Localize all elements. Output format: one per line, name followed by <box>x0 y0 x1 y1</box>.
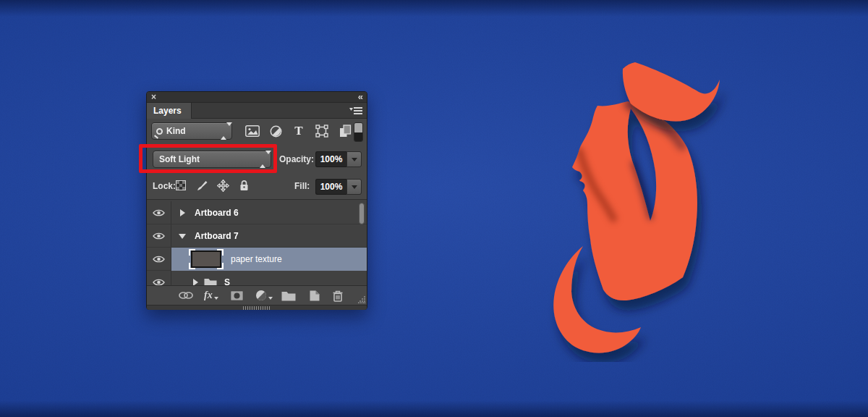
link-layers-icon[interactable] <box>179 288 193 303</box>
letter-s-artwork <box>532 51 741 362</box>
visibility-toggle[interactable] <box>147 224 171 248</box>
lock-pixels-brush-icon[interactable] <box>195 179 208 192</box>
panel-bottom-strip <box>147 305 367 310</box>
layer-row-artboard-7[interactable]: Artboard 7 <box>147 224 367 248</box>
shape-layer-filter-icon[interactable] <box>314 124 330 138</box>
opacity-dropdown-button[interactable] <box>346 151 362 167</box>
visibility-toggle[interactable] <box>147 248 171 271</box>
eye-icon <box>153 232 165 240</box>
new-group-folder-icon[interactable] <box>281 288 296 303</box>
new-adjustment-layer-icon[interactable] <box>255 288 273 303</box>
resize-grip-icon[interactable] <box>358 296 365 303</box>
lock-icons <box>174 179 258 192</box>
visibility-toggle[interactable] <box>147 271 171 285</box>
chevron-down-icon <box>352 158 357 161</box>
annotation-highlight-blend-mode <box>139 144 277 173</box>
visibility-toggle[interactable] <box>147 201 171 224</box>
panel-tab-row: Layers <box>147 103 367 119</box>
group-folder-icon <box>204 277 217 285</box>
lock-transparency-icon[interactable] <box>174 179 187 192</box>
fill-value-field[interactable]: 100% <box>315 179 346 195</box>
panel-menu-icon[interactable] <box>349 107 362 115</box>
fill-control: 100% <box>315 179 362 195</box>
delete-layer-trash-icon[interactable] <box>332 288 344 303</box>
layer-name[interactable]: Artboard 7 <box>195 231 239 241</box>
lock-position-move-icon[interactable] <box>216 179 229 192</box>
type-layer-filter-icon[interactable]: T <box>291 124 307 138</box>
tab-layers[interactable]: Layers <box>147 103 192 119</box>
filter-kind-value: Kind <box>166 126 186 136</box>
add-layer-mask-icon[interactable] <box>230 288 244 303</box>
panel-toolbar: fx <box>147 285 367 305</box>
lock-all-padlock-icon[interactable] <box>237 179 250 192</box>
drag-handle-icon[interactable] <box>243 306 271 310</box>
smart-object-filter-icon[interactable] <box>337 124 353 138</box>
pixel-layer-filter-icon[interactable] <box>244 124 260 138</box>
chevron-down-icon <box>268 297 273 300</box>
adjustment-layer-filter-icon[interactable] <box>268 124 284 138</box>
filter-type-icons: T <box>241 119 357 143</box>
opacity-control: 100% <box>315 151 362 167</box>
layer-styles-fx-icon[interactable]: fx <box>204 288 218 303</box>
panel-titlebar[interactable]: × « <box>147 92 367 103</box>
layer-row-s-group[interactable]: S <box>147 271 367 285</box>
stepper-arrows-icon <box>221 126 226 136</box>
fill-dropdown-button[interactable] <box>346 179 362 195</box>
new-layer-icon[interactable] <box>308 288 320 303</box>
expand-triangle-icon[interactable] <box>193 279 198 285</box>
layer-list: Artboard 6 Artboard 7 paper <box>147 200 367 285</box>
fill-label: Fill: <box>294 181 310 191</box>
layer-name[interactable]: Artboard 6 <box>195 208 239 218</box>
eye-icon <box>153 255 165 264</box>
letter-s-main-body <box>572 101 697 300</box>
filter-row: Kind T <box>147 119 367 143</box>
layer-name[interactable]: S <box>224 277 230 285</box>
opacity-label: Opacity: <box>279 154 314 164</box>
filter-kind-dropdown[interactable]: Kind <box>151 122 232 140</box>
opacity-value-field[interactable]: 100% <box>315 151 346 167</box>
layer-name[interactable]: paper texture <box>231 254 282 264</box>
chevron-down-icon <box>352 185 357 189</box>
collapse-panel-icon[interactable]: « <box>358 91 362 102</box>
layer-row-artboard-6[interactable]: Artboard 6 <box>147 201 367 224</box>
close-icon[interactable]: × <box>151 92 156 102</box>
eye-icon <box>153 208 165 217</box>
lock-row: Lock: Fill: 100% <box>147 174 367 200</box>
eye-icon <box>153 278 165 285</box>
filter-toggle-switch[interactable] <box>354 122 363 142</box>
layer-row-paper-texture[interactable]: paper texture <box>147 248 367 271</box>
chevron-down-icon <box>214 297 218 300</box>
scrollbar-thumb[interactable] <box>359 203 365 224</box>
layer-thumbnail[interactable] <box>189 249 224 269</box>
collapse-triangle-icon[interactable] <box>179 234 186 239</box>
search-icon <box>156 128 163 135</box>
lock-label: Lock: <box>153 181 176 191</box>
expand-triangle-icon[interactable] <box>180 209 185 216</box>
layers-panel: × « Layers Kind T <box>146 91 367 310</box>
